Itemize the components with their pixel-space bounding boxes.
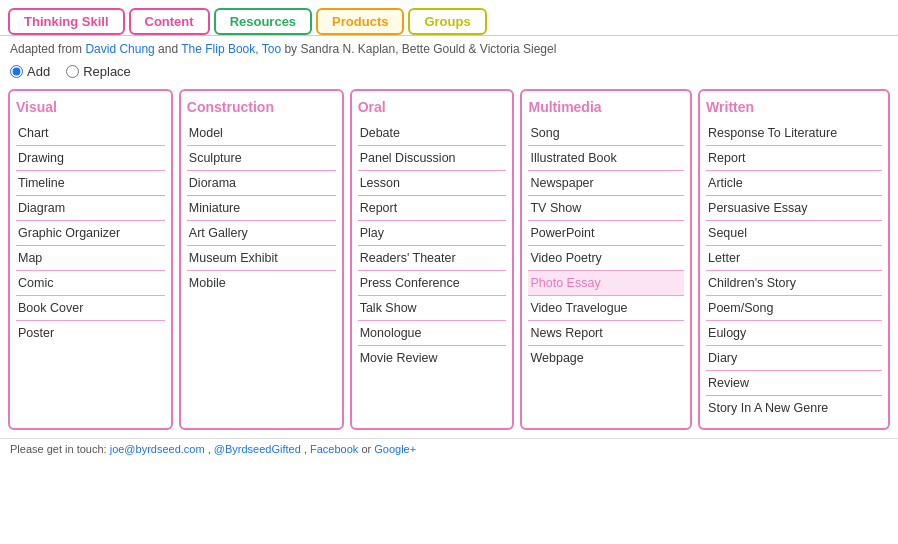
list-item[interactable]: Sculpture xyxy=(187,146,336,171)
list-item[interactable]: TV Show xyxy=(528,196,684,221)
list-item[interactable]: Debate xyxy=(358,121,507,146)
list-item[interactable]: Press Conference xyxy=(358,271,507,296)
list-item[interactable]: Persuasive Essay xyxy=(706,196,882,221)
list-item[interactable]: Story In A New Genre xyxy=(706,396,882,420)
list-item[interactable]: Response To Literature xyxy=(706,121,882,146)
list-item[interactable]: Video Travelogue xyxy=(528,296,684,321)
list-item[interactable]: Newspaper xyxy=(528,171,684,196)
list-item[interactable]: Model xyxy=(187,121,336,146)
list-item[interactable]: Song xyxy=(528,121,684,146)
footer: Please get in touch: joe@byrdseed.com , … xyxy=(0,438,898,459)
list-item[interactable]: Eulogy xyxy=(706,321,882,346)
attribution-prefix: Adapted from xyxy=(10,42,85,56)
attribution-suffix: by Sandra N. Kaplan, Bette Gould & Victo… xyxy=(284,42,556,56)
replace-label: Replace xyxy=(83,64,131,79)
list-item[interactable]: Art Gallery xyxy=(187,221,336,246)
list-item[interactable]: Comic xyxy=(16,271,165,296)
footer-text: Please get in touch: xyxy=(10,443,110,455)
tab-thinking-skill[interactable]: Thinking Skill xyxy=(8,8,125,35)
column-header-written: Written xyxy=(706,99,882,115)
list-item[interactable]: Monologue xyxy=(358,321,507,346)
tab-resources[interactable]: Resources xyxy=(214,8,312,35)
list-item[interactable]: Illustrated Book xyxy=(528,146,684,171)
replace-radio-label[interactable]: Replace xyxy=(66,64,131,79)
attribution-book-link[interactable]: The Flip Book, Too xyxy=(181,42,281,56)
attribution-and: and xyxy=(158,42,181,56)
list-item[interactable]: Book Cover xyxy=(16,296,165,321)
add-radio-label[interactable]: Add xyxy=(10,64,50,79)
list-item[interactable]: Readers' Theater xyxy=(358,246,507,271)
list-item[interactable]: Miniature xyxy=(187,196,336,221)
list-item[interactable]: Review xyxy=(706,371,882,396)
list-item[interactable]: Lesson xyxy=(358,171,507,196)
list-item[interactable]: Photo Essay xyxy=(528,271,684,296)
column-oral: OralDebatePanel DiscussionLessonReportPl… xyxy=(350,89,515,430)
footer-google-link[interactable]: Google+ xyxy=(374,443,416,455)
list-item[interactable]: Video Poetry xyxy=(528,246,684,271)
tab-bar: Thinking SkillContentResourcesProductsGr… xyxy=(0,0,898,36)
add-label: Add xyxy=(27,64,50,79)
list-item[interactable]: Diagram xyxy=(16,196,165,221)
column-visual: VisualChartDrawingTimelineDiagramGraphic… xyxy=(8,89,173,430)
tab-content[interactable]: Content xyxy=(129,8,210,35)
column-construction: ConstructionModelSculptureDioramaMiniatu… xyxy=(179,89,344,430)
column-header-visual: Visual xyxy=(16,99,165,115)
list-item[interactable]: Graphic Organizer xyxy=(16,221,165,246)
list-item[interactable]: Webpage xyxy=(528,346,684,370)
list-item[interactable]: Movie Review xyxy=(358,346,507,370)
list-item[interactable]: Report xyxy=(706,146,882,171)
column-header-multimedia: Multimedia xyxy=(528,99,684,115)
list-item[interactable]: PowerPoint xyxy=(528,221,684,246)
tab-groups[interactable]: Groups xyxy=(408,8,486,35)
list-item[interactable]: Diorama xyxy=(187,171,336,196)
column-written: WrittenResponse To LiteratureReportArtic… xyxy=(698,89,890,430)
list-item[interactable]: Mobile xyxy=(187,271,336,295)
list-item[interactable]: Panel Discussion xyxy=(358,146,507,171)
list-item[interactable]: Play xyxy=(358,221,507,246)
list-item[interactable]: Poem/Song xyxy=(706,296,882,321)
column-multimedia: MultimediaSongIllustrated BookNewspaperT… xyxy=(520,89,692,430)
list-item[interactable]: Article xyxy=(706,171,882,196)
list-item[interactable]: Diary xyxy=(706,346,882,371)
footer-twitter-link[interactable]: @ByrdseedGifted xyxy=(214,443,301,455)
list-item[interactable]: Timeline xyxy=(16,171,165,196)
column-header-oral: Oral xyxy=(358,99,507,115)
add-radio[interactable] xyxy=(10,65,23,78)
list-item[interactable]: Museum Exhibit xyxy=(187,246,336,271)
list-item[interactable]: Sequel xyxy=(706,221,882,246)
footer-or: or xyxy=(361,443,374,455)
mode-selector: Add Replace xyxy=(0,62,898,85)
list-item[interactable]: Chart xyxy=(16,121,165,146)
list-item[interactable]: News Report xyxy=(528,321,684,346)
list-item[interactable]: Children's Story xyxy=(706,271,882,296)
replace-radio[interactable] xyxy=(66,65,79,78)
attribution-author1-link[interactable]: David Chung xyxy=(85,42,154,56)
list-item[interactable]: Report xyxy=(358,196,507,221)
attribution: Adapted from David Chung and The Flip Bo… xyxy=(0,36,898,62)
footer-email-link[interactable]: joe@byrdseed.com xyxy=(110,443,205,455)
list-item[interactable]: Drawing xyxy=(16,146,165,171)
list-item[interactable]: Map xyxy=(16,246,165,271)
list-item[interactable]: Talk Show xyxy=(358,296,507,321)
product-columns: VisualChartDrawingTimelineDiagramGraphic… xyxy=(0,85,898,438)
footer-facebook-link[interactable]: Facebook xyxy=(310,443,358,455)
tab-products[interactable]: Products xyxy=(316,8,404,35)
list-item[interactable]: Poster xyxy=(16,321,165,345)
list-item[interactable]: Letter xyxy=(706,246,882,271)
column-header-construction: Construction xyxy=(187,99,336,115)
